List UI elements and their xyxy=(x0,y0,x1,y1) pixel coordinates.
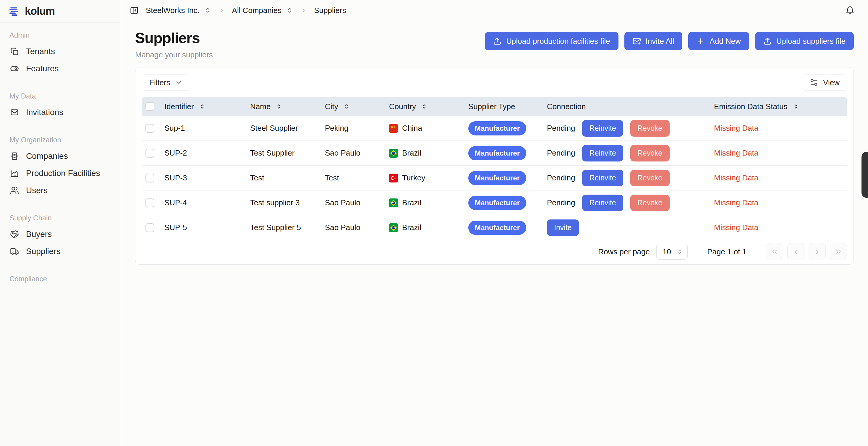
mail-plus-icon xyxy=(633,37,641,45)
add-new-button[interactable]: Add New xyxy=(688,32,749,50)
sidebar-item-features[interactable]: Features xyxy=(6,60,114,77)
column-header-identifier[interactable]: Identifier xyxy=(164,102,250,111)
action-button-label: Upload production facilities file xyxy=(506,37,610,46)
sidebar-section-admin: Admin Tenants Features xyxy=(6,28,114,77)
breadcrumb-item-steelworks-inc[interactable]: SteelWorks Inc. xyxy=(146,6,211,15)
chevron-right-icon xyxy=(813,248,821,256)
breadcrumb-item-suppliers[interactable]: Suppliers xyxy=(314,6,346,15)
cell-city: Sao Paulo xyxy=(325,223,389,232)
row-checkbox[interactable] xyxy=(146,124,154,133)
cell-city: Sao Paulo xyxy=(325,198,389,207)
cell-name: Test supplier 3 xyxy=(250,198,325,207)
production-facilities-icon xyxy=(10,169,19,178)
pagination-prev-button[interactable] xyxy=(787,243,804,260)
buyers-handshake-icon xyxy=(10,230,19,239)
header-actions: Upload production facilities file Invite… xyxy=(485,32,854,50)
sort-icon[interactable] xyxy=(793,103,799,110)
sidebar-item-suppliers[interactable]: Suppliers xyxy=(6,243,114,260)
country-label: Turkey xyxy=(402,173,426,182)
notifications-button[interactable] xyxy=(845,6,855,15)
suppliers-card: Filters View Identifier Name City Countr… xyxy=(135,67,854,265)
revoke-button[interactable]: Revoke xyxy=(630,170,670,186)
reinvite-button[interactable]: Reinvite xyxy=(582,170,623,186)
chevrons-right-icon xyxy=(835,248,842,256)
suppliers-table: Identifier Name City Country Supplier Ty… xyxy=(142,97,847,240)
rows-per-page-select[interactable]: 10 xyxy=(656,244,688,260)
sort-icon[interactable] xyxy=(421,103,427,110)
sidebar-item-companies[interactable]: Companies xyxy=(6,148,114,165)
chevrons-up-down-icon[interactable] xyxy=(204,7,211,14)
invite-button[interactable]: Invite xyxy=(547,219,579,236)
sort-icon[interactable] xyxy=(344,103,349,110)
pagination-next-button[interactable] xyxy=(809,243,826,260)
row-checkbox[interactable] xyxy=(146,223,154,232)
breadcrumb-item-all-companies[interactable]: All Companies xyxy=(232,6,293,15)
page-title: Suppliers xyxy=(135,30,213,47)
supplier-type-badge: Manufacturer xyxy=(468,196,526,210)
panel-left-icon xyxy=(130,6,138,15)
sidebar-toggle-button[interactable] xyxy=(130,6,138,15)
cell-identifier: SUP-5 xyxy=(164,223,250,232)
reinvite-button[interactable]: Reinvite xyxy=(582,145,623,161)
revoke-button[interactable]: Revoke xyxy=(630,195,670,211)
column-header-city[interactable]: City xyxy=(325,102,389,111)
row-checkbox[interactable] xyxy=(146,149,154,158)
connection-status: Pending xyxy=(547,198,575,207)
row-checkbox[interactable] xyxy=(146,199,154,207)
pager-buttons xyxy=(766,243,847,260)
view-button-label: View xyxy=(823,78,840,87)
revoke-button[interactable]: Revoke xyxy=(630,145,670,161)
cell-city: Peking xyxy=(325,124,389,133)
brand-name: kolum xyxy=(25,5,55,18)
reinvite-button[interactable]: Reinvite xyxy=(582,120,623,137)
breadcrumb-item-label: SteelWorks Inc. xyxy=(146,6,199,15)
emission-status: Missing Data xyxy=(714,124,847,133)
edge-drawer-handle[interactable] xyxy=(862,152,868,198)
invite-all-button[interactable]: Invite All xyxy=(624,32,683,50)
sidebar-nav: Admin Tenants Features My Data Invitatio… xyxy=(0,23,120,287)
upload-suppliers-file-button[interactable]: Upload suppliers file xyxy=(755,32,854,50)
chevrons-left-icon xyxy=(771,248,778,256)
column-header-emission-data-status[interactable]: Emission Data Status xyxy=(714,102,847,111)
table-toolbar: Filters View xyxy=(142,75,847,97)
column-header-connection[interactable]: Connection xyxy=(547,102,714,111)
sidebar-item-label: Invitations xyxy=(26,108,63,117)
table-row-sup-5: SUP-5 Test Supplier 5 Sao Paulo Brazil M… xyxy=(142,215,847,240)
pagination-last-button[interactable] xyxy=(830,243,847,260)
sidebar-item-users[interactable]: Users xyxy=(6,182,114,199)
pagination-first-button[interactable] xyxy=(766,243,783,260)
chevrons-up-down-icon[interactable] xyxy=(286,7,293,14)
row-checkbox[interactable] xyxy=(146,174,154,182)
sidebar-item-production-facilities[interactable]: Production Facilities xyxy=(6,165,114,182)
sidebar-item-buyers[interactable]: Buyers xyxy=(6,226,114,243)
cell-supplier-type: Manufacturer xyxy=(468,196,547,210)
breadcrumb: SteelWorks Inc. All Companies Suppliers xyxy=(146,6,346,15)
country-label: China xyxy=(402,124,422,133)
plus-icon xyxy=(696,37,705,45)
table-header-row: Identifier Name City Country Supplier Ty… xyxy=(142,97,847,116)
sidebar-item-label: Tenants xyxy=(26,47,55,56)
sidebar-item-invitations[interactable]: Invitations xyxy=(6,104,114,121)
rows-per-page-value: 10 xyxy=(662,247,671,257)
filters-button[interactable]: Filters xyxy=(142,75,190,90)
reinvite-button[interactable]: Reinvite xyxy=(582,195,623,211)
sidebar-item-label: Features xyxy=(26,64,59,73)
sort-icon[interactable] xyxy=(199,103,205,110)
column-header-supplier-type[interactable]: Supplier Type xyxy=(468,102,547,111)
view-button[interactable]: View xyxy=(802,75,847,90)
sidebar-header: kolum xyxy=(0,0,120,23)
revoke-button[interactable]: Revoke xyxy=(630,120,670,137)
cell-country: Brazil xyxy=(389,223,468,232)
pagination-bar: Rows per page 10 Page 1 of 1 xyxy=(142,240,847,263)
column-header-country[interactable]: Country xyxy=(389,102,468,111)
supplier-type-badge: Manufacturer xyxy=(468,146,526,160)
supplier-type-badge: Manufacturer xyxy=(468,220,526,235)
connection-status: Pending xyxy=(547,173,575,182)
sidebar-item-tenants[interactable]: Tenants xyxy=(6,43,114,60)
page-header: Suppliers Manage your suppliers Upload p… xyxy=(120,21,868,59)
select-all-checkbox[interactable] xyxy=(146,102,154,111)
column-header-name[interactable]: Name xyxy=(250,102,325,111)
cell-name: Steel Supplier xyxy=(250,124,325,133)
upload-production-facilities-file-button[interactable]: Upload production facilities file xyxy=(485,32,618,50)
sort-icon[interactable] xyxy=(276,103,282,110)
